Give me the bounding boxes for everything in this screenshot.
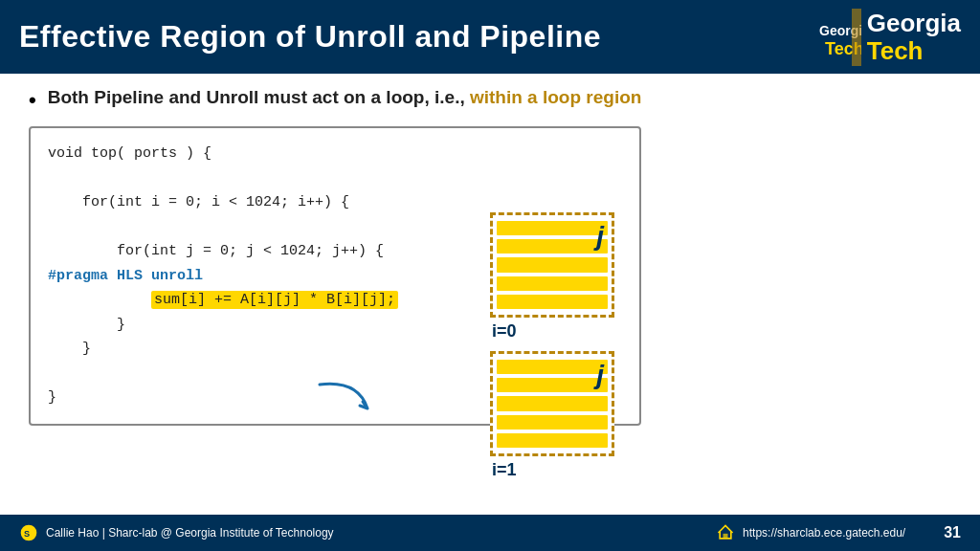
page-number: 31 [944,524,961,541]
row-4-i1 [497,415,608,430]
bullet-text-highlight: within a loop region [465,87,642,107]
gt-tech: Tech [867,37,961,65]
arrow-icon [310,375,387,423]
svg-rect-3 [852,9,861,66]
bullet-text: Both Pipeline and Unroll must act on a l… [48,87,642,108]
code-line-3: for(int i = 0; i < 1024; i++) { [48,190,622,215]
footer: S Callie Hao | Sharc-lab @ Georgia Insti… [0,515,980,551]
svg-rect-6 [724,534,728,539]
i-label-0: i=0 [492,321,517,342]
row-4 [497,276,608,291]
diagram-rows-i0 [493,215,612,315]
diagram-i0: j i=0 [490,212,614,342]
gt-logo-text: Georgia Tech [867,10,961,64]
bullet-row: • Both Pipeline and Unroll must act on a… [29,87,951,113]
diagram-box-i0: j [490,212,614,318]
main-content: • Both Pipeline and Unroll must act on a… [0,74,980,426]
j-label-i1: j [596,360,604,390]
footer-url: https://sharclab.ece.gatech.edu/ [743,526,905,540]
highlight-code: sum[i] += A[i][j] * B[i][j]; [151,291,398,309]
svg-text:S: S [24,529,30,539]
gt-logo-icon: Georgia Tech [815,9,861,66]
footer-left: S Callie Hao | Sharc-lab @ Georgia Insti… [19,523,334,542]
diagrams-area: j i=0 j i=1 [490,212,614,480]
bullet-text-normal: Both Pipeline and Unroll must act on a l… [48,87,465,107]
footer-author: Callie Hao | Sharc-lab @ Georgia Institu… [46,526,334,540]
row-2-i1 [497,378,608,392]
code-line-2 [48,166,622,191]
slide-title: Effective Region of Unroll and Pipeline [19,19,601,55]
i-label-1: i=1 [492,460,517,480]
row-1-i1 [497,360,608,374]
georgia-tech-logo: Georgia Tech Georgia Tech [815,9,961,66]
diagram-rows-i1 [493,354,612,453]
diagram-box-i1: j [490,351,614,456]
row-3 [497,257,608,272]
bullet-dot: • [29,88,36,113]
row-5-i1 [497,433,608,448]
sharc-icon: S [19,523,38,542]
row-1 [497,221,608,235]
gt-georgia: Georgia [867,10,961,37]
home-icon [716,523,735,542]
row-3-i1 [497,396,608,410]
code-line-1: void top( ports ) { [48,142,622,166]
diagram-i1: j i=1 [490,351,614,480]
row-2 [497,239,608,253]
pragma-text: #pragma HLS unroll [48,268,203,284]
j-label-i0: j [596,221,604,252]
header: Effective Region of Unroll and Pipeline … [0,0,980,74]
footer-right: https://sharclab.ece.gatech.edu/ [716,523,905,542]
row-5 [497,295,608,309]
